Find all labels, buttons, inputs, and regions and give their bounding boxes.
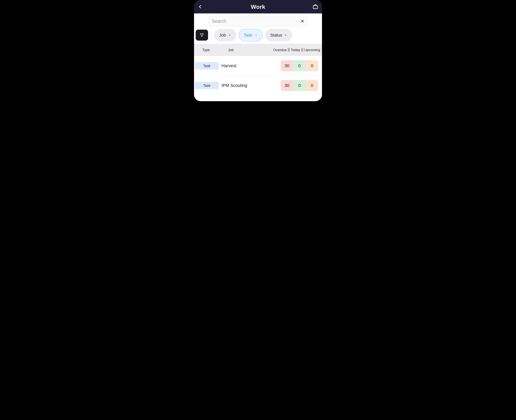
divider [211,30,211,40]
stat-upcoming: 0 [306,60,318,71]
chevron-down-icon [255,34,258,37]
header-bar: Work [194,0,322,13]
search-input[interactable] [212,18,300,24]
back-button[interactable] [197,4,203,10]
job-name: IPM Scouting [221,83,281,88]
column-header-upcoming: Upcoming [303,48,321,52]
row-stats: 30 0 0 [281,80,318,91]
filter-chip-job[interactable]: Job [214,29,236,41]
chevron-down-icon [228,34,231,37]
stat-today: 0 [293,80,306,91]
clear-search-button[interactable] [300,19,305,24]
app-screen: Work Job [194,0,322,101]
column-header-stats: Overdue Today Upcoming [281,48,322,52]
type-badge: Task [195,62,219,69]
column-header-type: Type [202,48,228,52]
filter-chip-status[interactable]: Status [265,29,292,41]
search-field[interactable] [208,16,308,26]
table-header: Type Job Overdue Today Upcoming [194,44,322,56]
column-header-today: Today [290,48,301,52]
svg-rect-0 [313,6,317,9]
table-body: Task Harvest 30 0 0 Task IPM Scouting 30… [194,56,322,101]
chevron-down-icon [284,34,287,37]
job-name: Harvest [221,63,281,68]
chip-label: Job [219,33,226,38]
stat-overdue: 30 [281,80,293,91]
table-row[interactable]: Task IPM Scouting 30 0 0 [194,75,322,95]
row-stats: 30 0 0 [281,60,318,71]
briefcase-button[interactable] [312,3,319,10]
type-badge: Task [195,82,219,89]
divider [301,48,303,52]
divider [288,48,290,52]
chip-label: Task [244,33,252,38]
table-row[interactable]: Task Harvest 30 0 0 [194,56,322,75]
column-header-overdue: Overdue [272,48,288,52]
briefcase-icon [312,4,318,10]
stat-upcoming: 0 [306,80,318,91]
chevron-left-icon [198,4,202,9]
filter-button[interactable] [196,30,208,41]
search-section [194,13,322,28]
filter-chip-task[interactable]: Task [239,29,263,41]
page-title: Work [251,3,265,10]
chip-label: Status [270,33,282,38]
close-icon [301,19,304,23]
funnel-icon [200,33,204,37]
stat-today: 0 [293,60,306,71]
stat-overdue: 30 [281,60,293,71]
filter-chips-row: Job Task Status [194,28,322,44]
